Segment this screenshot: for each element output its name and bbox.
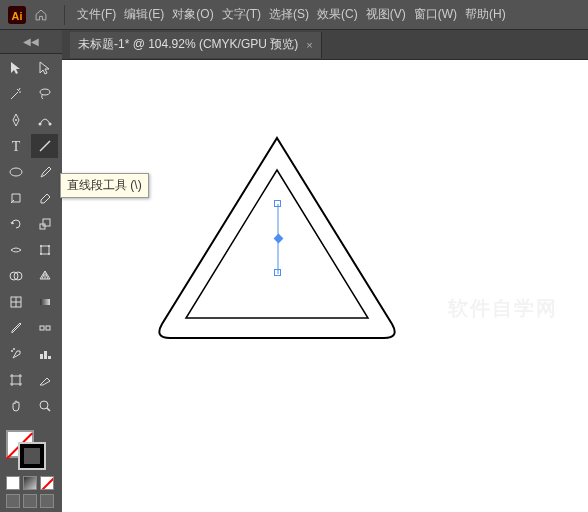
- svg-line-7: [40, 141, 50, 151]
- selection-tool[interactable]: [2, 56, 29, 80]
- gradient-tool[interactable]: [31, 290, 58, 314]
- title-bar: Ai 文件(F) 编辑(E) 对象(O) 文字(T) 选择(S) 效果(C) 视…: [0, 0, 588, 30]
- svg-rect-26: [48, 356, 51, 359]
- tool-tooltip: 直线段工具 (\): [60, 173, 149, 198]
- svg-rect-24: [40, 354, 43, 359]
- svg-point-2: [40, 89, 50, 95]
- svg-point-12: [40, 245, 42, 247]
- svg-point-8: [10, 168, 22, 176]
- pen-tool[interactable]: [2, 108, 29, 132]
- home-icon[interactable]: [32, 6, 50, 24]
- line-segment-tool[interactable]: [31, 134, 58, 158]
- draw-behind-icon[interactable]: [23, 494, 37, 508]
- canvas[interactable]: 软件自学网: [62, 60, 588, 512]
- document-tab[interactable]: 未标题-1* @ 104.92% (CMYK/GPU 预览) ×: [70, 32, 322, 58]
- slice-tool[interactable]: [31, 368, 58, 392]
- workspace: ◀◀ T: [0, 30, 588, 512]
- column-graph-tool[interactable]: [31, 342, 58, 366]
- color-swatches: [0, 426, 62, 512]
- lasso-tool[interactable]: [31, 82, 58, 106]
- direct-selection-tool[interactable]: [31, 56, 58, 80]
- menu-select[interactable]: 选择(S): [269, 6, 309, 23]
- width-tool[interactable]: [2, 238, 29, 262]
- menu-window[interactable]: 窗口(W): [414, 6, 457, 23]
- perspective-tool[interactable]: [31, 264, 58, 288]
- hand-tool[interactable]: [2, 394, 29, 418]
- tab-close-button[interactable]: ×: [306, 39, 312, 51]
- svg-point-14: [40, 253, 42, 255]
- curvature-tool[interactable]: [31, 108, 58, 132]
- eraser-tool[interactable]: [31, 186, 58, 210]
- zoom-tool[interactable]: [31, 394, 58, 418]
- menu-type[interactable]: 文字(T): [222, 6, 261, 23]
- color-mode-row: [6, 476, 56, 490]
- type-tool[interactable]: T: [2, 134, 29, 158]
- svg-point-15: [48, 253, 50, 255]
- chevron-left-icon: ◀◀: [23, 36, 39, 47]
- toolbar-collapse[interactable]: ◀◀: [0, 30, 62, 54]
- rotate-tool[interactable]: [2, 212, 29, 236]
- menu-effect[interactable]: 效果(C): [317, 6, 358, 23]
- color-gradient-icon[interactable]: [23, 476, 37, 490]
- menu-file[interactable]: 文件(F): [77, 6, 116, 23]
- tool-grid: T: [0, 54, 62, 420]
- artboard-tool[interactable]: [2, 368, 29, 392]
- selection-line: [274, 200, 284, 278]
- svg-rect-19: [40, 299, 50, 305]
- color-solid-icon[interactable]: [6, 476, 20, 490]
- menu-edit[interactable]: 编辑(E): [124, 6, 164, 23]
- symbol-sprayer-tool[interactable]: [2, 342, 29, 366]
- svg-text:Ai: Ai: [12, 9, 23, 21]
- svg-rect-20: [40, 326, 44, 330]
- fill-stroke-swatch[interactable]: [6, 430, 46, 470]
- menu-help[interactable]: 帮助(H): [465, 6, 506, 23]
- mesh-tool[interactable]: [2, 290, 29, 314]
- svg-rect-10: [43, 219, 50, 226]
- svg-text:T: T: [11, 139, 20, 154]
- draw-mode-row: [6, 494, 56, 508]
- svg-point-22: [11, 350, 13, 352]
- svg-rect-11: [41, 246, 49, 254]
- separator: [64, 5, 65, 25]
- menu-object[interactable]: 对象(O): [172, 6, 213, 23]
- ellipse-tool[interactable]: [2, 160, 29, 184]
- svg-point-4: [38, 123, 41, 126]
- blend-tool[interactable]: [31, 316, 58, 340]
- svg-point-13: [48, 245, 50, 247]
- app-logo-icon: Ai: [8, 6, 26, 24]
- svg-point-5: [48, 123, 51, 126]
- toolbar: ◀◀ T: [0, 30, 62, 512]
- shape-builder-tool[interactable]: [2, 264, 29, 288]
- svg-rect-21: [46, 326, 50, 330]
- svg-line-29: [47, 408, 50, 411]
- document-tab-title: 未标题-1* @ 104.92% (CMYK/GPU 预览): [78, 36, 298, 53]
- scale-tool[interactable]: [31, 212, 58, 236]
- draw-inside-icon[interactable]: [40, 494, 54, 508]
- magic-wand-tool[interactable]: [2, 82, 29, 106]
- svg-point-3: [15, 119, 17, 121]
- document-tab-bar: 未标题-1* @ 104.92% (CMYK/GPU 预览) ×: [62, 30, 588, 60]
- menu-view[interactable]: 视图(V): [366, 6, 406, 23]
- eyedropper-tool[interactable]: [2, 316, 29, 340]
- svg-rect-27: [12, 376, 20, 384]
- canvas-area: 未标题-1* @ 104.92% (CMYK/GPU 预览) × 软件自学网: [62, 30, 588, 512]
- svg-point-28: [40, 401, 48, 409]
- artwork: [62, 60, 588, 510]
- main-menu: 文件(F) 编辑(E) 对象(O) 文字(T) 选择(S) 效果(C) 视图(V…: [77, 6, 506, 23]
- free-transform-tool[interactable]: [31, 238, 58, 262]
- shaper-tool[interactable]: [2, 186, 29, 210]
- color-none-icon[interactable]: [40, 476, 54, 490]
- svg-point-23: [13, 348, 15, 350]
- svg-rect-25: [44, 351, 47, 359]
- paintbrush-tool[interactable]: [31, 160, 58, 184]
- stroke-swatch[interactable]: [18, 442, 46, 470]
- draw-normal-icon[interactable]: [6, 494, 20, 508]
